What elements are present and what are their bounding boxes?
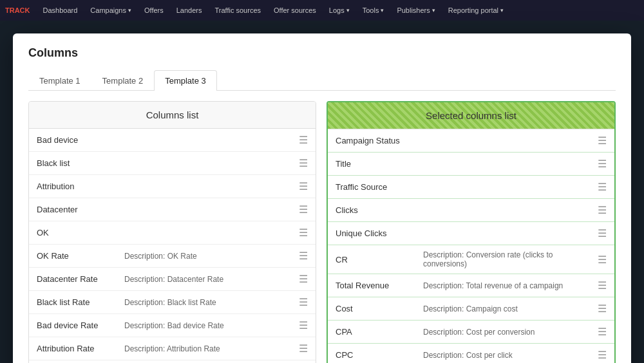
- nav-offers[interactable]: Offers: [139, 4, 169, 17]
- nav-campaigns[interactable]: Campaigns ▾: [85, 4, 137, 17]
- nav-reporting-portal[interactable]: Reporting portal ▾: [443, 4, 509, 17]
- chevron-down-icon: ▾: [346, 7, 350, 14]
- nav-landers[interactable]: Landers: [171, 4, 207, 17]
- nav-logs[interactable]: Logs ▾: [324, 4, 355, 17]
- chevron-down-icon: ▾: [128, 7, 131, 14]
- top-navigation: TRACK Dashboard Campaigns ▾ Offers Lande…: [0, 0, 644, 21]
- chevron-down-icon: ▾: [500, 7, 504, 14]
- nav-traffic-sources[interactable]: Traffic sources: [210, 4, 267, 17]
- nav-offer-sources[interactable]: Offer sources: [269, 4, 321, 17]
- nav-publishers[interactable]: Publishers ▾: [392, 4, 440, 17]
- nav-tools[interactable]: Tools ▾: [357, 4, 390, 17]
- chevron-down-icon: ▾: [432, 7, 435, 14]
- brand-logo: TRACK: [5, 6, 30, 14]
- nav-dashboard[interactable]: Dashboard: [38, 4, 83, 17]
- chevron-down-icon: ▾: [381, 7, 384, 14]
